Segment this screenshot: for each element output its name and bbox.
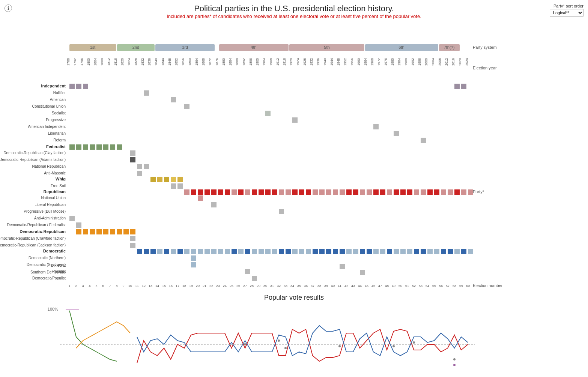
svg-text:1916: 1916: [283, 58, 286, 66]
svg-rect-196: [144, 249, 149, 254]
svg-rect-119: [164, 177, 169, 182]
svg-text:12: 12: [142, 284, 146, 288]
svg-text:Democratic-Republican: Democratic-Republican: [20, 229, 66, 234]
svg-text:28: 28: [250, 284, 254, 288]
info-icon[interactable]: ℹ: [5, 5, 12, 12]
svg-text:10: 10: [128, 284, 132, 288]
svg-rect-189: [130, 229, 135, 234]
svg-text:38: 38: [317, 284, 321, 288]
svg-rect-133: [232, 189, 237, 195]
svg-rect-93: [373, 124, 379, 129]
svg-text:1832: 1832: [141, 58, 144, 66]
svg-text:1888: 1888: [235, 58, 239, 66]
svg-rect-105: [110, 144, 115, 150]
svg-text:1868: 1868: [202, 58, 205, 66]
svg-rect-223: [326, 249, 331, 254]
svg-rect-108: [130, 150, 135, 156]
svg-text:Socialist: Socialist: [52, 111, 66, 115]
svg-text:Democratic-Republican (Jackson: Democratic-Republican (Jackson faction): [0, 243, 66, 247]
svg-rect-204: [198, 249, 203, 254]
svg-rect-104: [103, 144, 108, 150]
svg-text:1996: 1996: [418, 58, 421, 66]
popular-vote-chart: 100% 0%: [0, 303, 588, 377]
svg-text:Election year: Election year: [473, 66, 497, 70]
svg-text:1928: 1928: [303, 58, 307, 66]
svg-point-328: [453, 364, 456, 366]
svg-rect-97: [421, 138, 426, 143]
svg-text:40: 40: [331, 284, 335, 288]
svg-text:National Republican: National Republican: [32, 164, 66, 168]
svg-text:21: 21: [203, 284, 206, 288]
svg-rect-81: [461, 84, 466, 89]
svg-rect-163: [434, 189, 439, 195]
svg-text:1896: 1896: [249, 58, 253, 66]
svg-rect-157: [394, 189, 399, 195]
svg-rect-228: [360, 249, 365, 254]
svg-text:1844: 1844: [161, 58, 165, 66]
svg-text:Progressive (Bull Moose): Progressive (Bull Moose): [24, 209, 66, 213]
svg-text:52: 52: [412, 284, 416, 288]
svg-rect-198: [157, 249, 162, 254]
svg-text:Democratic-Republican (Crawfor: Democratic-Republican (Crawford faction): [0, 236, 66, 240]
svg-text:1944: 1944: [330, 58, 334, 66]
svg-text:1964: 1964: [364, 58, 367, 66]
svg-rect-100: [76, 144, 81, 150]
svg-rect-183: [90, 229, 95, 234]
svg-text:1968: 1968: [370, 58, 374, 66]
svg-rect-250: [245, 269, 250, 274]
svg-rect-205: [205, 249, 210, 254]
svg-rect-118: [157, 177, 162, 182]
svg-text:1876: 1876: [215, 58, 219, 66]
svg-rect-246: [191, 255, 196, 261]
svg-point-324: [338, 345, 341, 347]
svg-rect-237: [421, 249, 426, 254]
svg-rect-220: [306, 249, 311, 254]
svg-rect-103: [96, 144, 102, 150]
svg-text:Reform: Reform: [53, 138, 66, 142]
svg-rect-217: [286, 249, 291, 254]
svg-text:1828: 1828: [134, 58, 138, 66]
svg-text:51: 51: [405, 284, 409, 288]
svg-text:1884: 1884: [229, 58, 232, 66]
svg-text:100%: 100%: [48, 307, 58, 311]
svg-rect-136: [252, 189, 257, 195]
svg-rect-170: [198, 195, 203, 201]
svg-text:27: 27: [243, 284, 247, 288]
svg-text:American Independent: American Independent: [28, 125, 66, 129]
svg-rect-174: [279, 209, 284, 214]
svg-text:1912: 1912: [276, 58, 280, 66]
svg-text:50: 50: [399, 284, 402, 288]
svg-rect-145: [313, 189, 318, 195]
svg-rect-127: [191, 189, 196, 195]
svg-rect-177: [69, 216, 75, 221]
svg-text:1856: 1856: [181, 58, 185, 66]
svg-rect-110: [130, 157, 135, 162]
svg-rect-128: [198, 189, 203, 195]
svg-rect-124: [177, 183, 183, 189]
svg-text:1796: 1796: [80, 58, 84, 66]
svg-rect-117: [150, 177, 156, 182]
svg-text:2000: 2000: [424, 58, 428, 66]
svg-rect-207: [218, 249, 223, 254]
svg-rect-234: [400, 249, 406, 254]
svg-text:29: 29: [257, 284, 260, 288]
svg-rect-143: [299, 189, 304, 195]
svg-text:58: 58: [453, 284, 456, 288]
svg-text:1952: 1952: [343, 58, 347, 66]
svg-text:44: 44: [358, 284, 362, 288]
svg-rect-152: [360, 189, 365, 195]
svg-text:42: 42: [344, 284, 348, 288]
svg-text:1956: 1956: [350, 58, 354, 66]
svg-text:2020: 2020: [458, 58, 462, 66]
sort-select[interactable]: Logical** Alphabetical: [550, 9, 583, 17]
svg-point-323: [244, 343, 246, 345]
svg-text:2004: 2004: [431, 58, 435, 66]
svg-text:24: 24: [223, 284, 227, 288]
svg-rect-80: [454, 84, 460, 89]
svg-text:1972: 1972: [377, 58, 381, 66]
svg-text:1840: 1840: [154, 58, 158, 66]
svg-text:1948: 1948: [337, 58, 340, 66]
svg-text:Democratic-Republican (Clay fa: Democratic-Republican (Clay faction): [3, 151, 66, 155]
svg-text:2nd: 2nd: [132, 45, 139, 50]
svg-rect-120: [171, 177, 176, 182]
